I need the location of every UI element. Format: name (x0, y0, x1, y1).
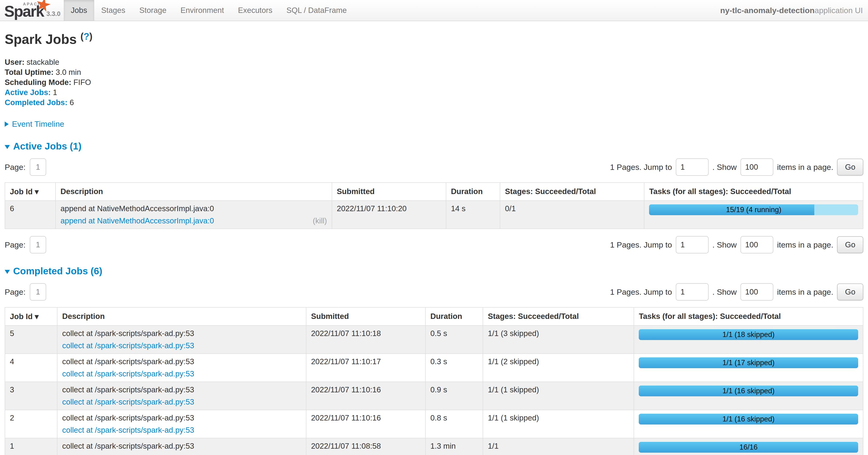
items-per-page-input[interactable] (741, 159, 773, 176)
tasks-cell: 15/19 (4 running) (644, 201, 863, 229)
column-stages[interactable]: Stages: Succeeded/Total (500, 182, 644, 201)
tab-jobs[interactable]: Jobs (64, 0, 94, 21)
column-tasks[interactable]: Tasks (for all stages): Succeeded/Total (634, 307, 863, 325)
page-number-input[interactable] (30, 283, 46, 301)
stages-cell: 1/1 (3 skipped) (483, 325, 634, 353)
items-text: items in a page. (777, 287, 833, 296)
kill-link[interactable]: (kill) (313, 216, 327, 226)
column-duration[interactable]: Duration (446, 182, 500, 201)
page-content: Spark Jobs (?) User: stackable Total Upt… (0, 31, 868, 455)
submitted-cell: 2022/11/07 11:10:16 (306, 382, 426, 410)
column-duration[interactable]: Duration (426, 307, 483, 325)
column-tasks[interactable]: Tasks (for all stages): Succeeded/Total (644, 182, 863, 201)
summary-scheduling-mode: Scheduling Mode: FIFO (5, 78, 863, 87)
tasks-cell: 1/1 (18 skipped) (634, 325, 863, 353)
items-text: items in a page. (777, 163, 833, 172)
tasks-progress-bar: 1/1 (16 skipped) (639, 414, 858, 425)
progress-label: 1/1 (17 skipped) (639, 358, 858, 368)
items-per-page-input[interactable] (741, 236, 773, 253)
table-row: 5 collect at /spark-scripts/spark-ad.py:… (5, 325, 863, 353)
page-title: Spark Jobs (?) (5, 31, 863, 47)
tab-environment[interactable]: Environment (174, 0, 231, 21)
job-description-link[interactable]: append at NativeMethodAccessorImpl.java:… (60, 216, 214, 226)
column-description[interactable]: Description (56, 182, 332, 201)
show-text: . Show (712, 163, 737, 172)
go-button[interactable]: Go (837, 236, 863, 253)
completed-jobs-link[interactable]: Completed Jobs: (5, 98, 67, 107)
go-button[interactable]: Go (837, 283, 863, 301)
description-cell: append at NativeMethodAccessorImpl.java:… (56, 201, 332, 229)
job-id-cell: 4 (5, 353, 57, 382)
stages-cell: 0/1 (500, 201, 644, 229)
page-number-input[interactable] (30, 236, 46, 253)
tab-sql-dataframe[interactable]: SQL / DataFrame (279, 0, 354, 21)
collapsed-arrow-icon (5, 121, 9, 127)
job-description-link[interactable]: collect at /spark-scripts/spark-ad.py:53 (62, 397, 194, 407)
duration-cell: 0.9 s (426, 382, 483, 410)
summary-uptime: Total Uptime: 3.0 min (5, 67, 863, 77)
tasks-cell: 16/16 (634, 438, 863, 455)
active-jobs-pagination-bottom: Page: 1 Pages. Jump to . Show items in a… (5, 236, 863, 253)
question-mark-icon: ? (84, 31, 89, 41)
stages-cell: 1/1 (483, 438, 634, 455)
expanded-arrow-icon (5, 270, 10, 274)
pages-jump-text: 1 Pages. Jump to (610, 240, 672, 250)
duration-cell: 0.5 s (426, 325, 483, 353)
duration-cell: 14 s (446, 201, 500, 229)
spark-logo: APACHE ★ Spark 3.3.0 (0, 0, 64, 21)
summary-active-jobs: Active Jobs: 1 (5, 88, 863, 97)
column-submitted[interactable]: Submitted (306, 307, 426, 325)
column-job-id[interactable]: Job Id ▾ (5, 182, 56, 201)
tab-stages[interactable]: Stages (94, 0, 132, 21)
jump-to-page-input[interactable] (676, 159, 709, 176)
job-description-link[interactable]: collect at /spark-scripts/spark-ad.py:53 (62, 425, 194, 435)
page-label: Page: (5, 163, 26, 172)
pages-jump-text: 1 Pages. Jump to (610, 287, 672, 296)
tab-executors[interactable]: Executors (231, 0, 279, 21)
job-description-link[interactable]: collect at /spark-scripts/spark-ad.py:53 (62, 454, 194, 455)
table-row: 1 collect at /spark-scripts/spark-ad.py:… (5, 438, 863, 455)
tab-storage[interactable]: Storage (132, 0, 174, 21)
application-ui-suffix: application UI (814, 6, 863, 15)
active-jobs-link[interactable]: Active Jobs: (5, 88, 51, 97)
pages-jump-text: 1 Pages. Jump to (610, 163, 672, 172)
completed-jobs-section-header[interactable]: Completed Jobs (6) (5, 266, 863, 277)
active-jobs-table: Job Id ▾ Description Submitted Duration … (5, 182, 863, 229)
progress-label: 1/1 (18 skipped) (639, 329, 858, 340)
table-row: 4 collect at /spark-scripts/spark-ad.py:… (5, 353, 863, 382)
tasks-progress-bar: 1/1 (18 skipped) (639, 329, 858, 340)
go-button[interactable]: Go (837, 159, 863, 175)
job-description-link[interactable]: collect at /spark-scripts/spark-ad.py:53 (62, 369, 194, 378)
tasks-progress-bar: 1/1 (16 skipped) (639, 386, 858, 396)
table-row: 2 collect at /spark-scripts/spark-ad.py:… (5, 410, 863, 438)
spark-version: 3.3.0 (46, 10, 60, 18)
column-submitted[interactable]: Submitted (332, 182, 446, 201)
column-stages[interactable]: Stages: Succeeded/Total (483, 307, 634, 325)
column-description[interactable]: Description (57, 307, 306, 325)
column-job-id[interactable]: Job Id ▾ (5, 307, 57, 325)
submitted-cell: 2022/11/07 11:08:58 (306, 438, 426, 455)
nav-tabs: Jobs Stages Storage Environment Executor… (64, 0, 354, 21)
spark-logo-text: Spark (4, 2, 43, 20)
progress-label: 16/16 (639, 442, 858, 453)
active-jobs-section-header[interactable]: Active Jobs (1) (5, 141, 863, 152)
job-id-cell: 3 (5, 382, 57, 410)
jump-to-page-input[interactable] (676, 283, 709, 301)
application-name: ny-tlc-anomaly-detection (720, 6, 814, 15)
description-cell: collect at /spark-scripts/spark-ad.py:53… (57, 410, 306, 438)
event-timeline-toggle[interactable]: Event Timeline (5, 119, 863, 129)
stages-cell: 1/1 (2 skipped) (483, 353, 634, 382)
expanded-arrow-icon (5, 145, 10, 149)
help-link[interactable]: (?) (81, 31, 92, 41)
description-cell: collect at /spark-scripts/spark-ad.py:53… (57, 438, 306, 455)
navbar: APACHE ★ Spark 3.3.0 Jobs Stages Storage… (0, 0, 868, 21)
page-label: Page: (5, 240, 26, 250)
job-id-cell: 2 (5, 410, 57, 438)
description-cell: collect at /spark-scripts/spark-ad.py:53… (57, 325, 306, 353)
duration-cell: 0.3 s (426, 353, 483, 382)
job-summary-list: User: stackable Total Uptime: 3.0 min Sc… (5, 57, 863, 107)
page-number-input[interactable] (30, 159, 46, 176)
jump-to-page-input[interactable] (676, 236, 709, 253)
items-per-page-input[interactable] (741, 283, 773, 301)
job-description-link[interactable]: collect at /spark-scripts/spark-ad.py:53 (62, 341, 194, 350)
